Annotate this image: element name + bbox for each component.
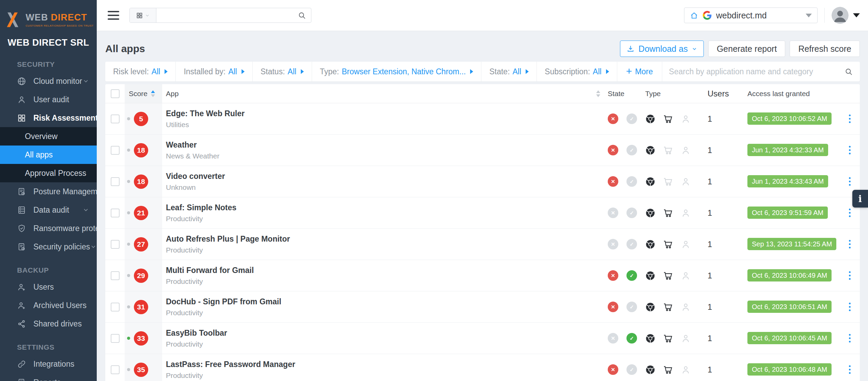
tenant-selector[interactable]: webdirect.md [684,7,818,23]
table-search-input[interactable] [669,67,844,76]
sidebar-item-integrations[interactable]: Integrations [0,355,97,373]
table-row[interactable]: 18 Video converter Unknown ✕ ✓ 1 Jun 1, … [105,166,860,197]
filter-segment[interactable]: Risk level: All [105,62,176,81]
info-tab-button[interactable]: i [852,190,868,208]
sidebar-item-users[interactable]: Users [0,278,97,296]
filter-segment[interactable]: State: All [481,62,537,81]
row-menu-button[interactable] [848,301,852,313]
row-menu-button[interactable] [848,144,852,156]
sidebar-item-risk-assessment[interactable]: Risk Assessment [0,109,97,127]
filter-segment[interactable]: Type: Browser Extension, Native Chrom... [312,62,482,81]
search-scope-select[interactable] [130,8,156,22]
sidebar-subitem-approval-process[interactable]: Approval Process [0,164,97,182]
filter-label: Type: [320,67,339,76]
row-checkbox[interactable] [111,177,120,186]
sidebar-submenu: Overview All apps Approval Process [0,127,97,182]
blocked-state-icon: ✕ [608,270,618,281]
access-granted-badge: Jun 1, 2023 4:33:43 AM [747,175,828,187]
table-row[interactable]: 5 Edge: The Web Ruler Utilities ✕ ✓ 1 Oc… [105,103,860,135]
trend-dot [127,337,130,340]
filter-segment[interactable]: Subscription: All [537,62,617,81]
filter-segment[interactable]: Installed by: All [176,62,252,81]
row-checkbox[interactable] [111,240,120,249]
hamburger-menu-button[interactable] [108,11,119,20]
table-row[interactable]: 21 Leaf: Simple Notes Productivity ✕ ✓ 1… [105,197,860,229]
app-name[interactable]: Edge: The Web Ruler [166,109,604,118]
user-install-icon [681,365,691,375]
sidebar-item-reports[interactable]: Reports [0,373,97,381]
row-menu-button[interactable] [848,270,852,281]
select-all-checkbox[interactable] [111,89,120,98]
row-menu-button[interactable] [848,113,852,124]
app-name[interactable]: Auto Refresh Plus | Page Monitor [166,234,604,244]
sidebar-item-icon [17,360,26,369]
sidebar-item-data-audit[interactable]: Data audit [0,201,97,219]
app-name[interactable]: Weather [166,140,604,150]
app-name[interactable]: Video converter [166,172,604,181]
row-checkbox[interactable] [111,365,120,374]
search-icon[interactable] [298,11,306,20]
global-search-input[interactable] [161,11,298,20]
grid-icon [136,12,143,19]
page-title: All apps [105,43,145,55]
row-menu-button[interactable] [848,364,852,375]
row-menu-button[interactable] [848,207,852,218]
filter-caret-icon [606,69,609,74]
table-row[interactable]: 18 Weather News & Weather ✕ ✓ 1 Jun 1, 2… [105,135,860,166]
row-menu-button[interactable] [848,333,852,344]
sidebar-item-cloud-monitor[interactable]: Cloud monitor [0,72,97,90]
sidebar-item-shared-drives[interactable]: Shared drives [0,315,97,333]
refresh-score-button[interactable]: Refresh score [790,41,860,57]
search-icon[interactable] [844,67,853,76]
download-as-button[interactable]: Download as [620,41,704,57]
sidebar-item-icon [17,283,26,292]
approved-state-icon: ✓ [626,208,637,218]
sidebar-section: BACKUP Users Archived Users Shared drive… [0,256,97,333]
table-row[interactable]: 27 Auto Refresh Plus | Page Monitor Prod… [105,229,860,260]
row-checkbox[interactable] [111,209,120,217]
sidebar-item-label: Data audit [33,205,69,215]
generate-report-button[interactable]: Generate report [708,41,786,57]
app-sort-control[interactable] [596,90,600,97]
row-checkbox[interactable] [111,303,120,311]
table-row[interactable]: 29 Multi Forward for Gmail Productivity … [105,260,860,291]
table-row[interactable]: 35 LastPass: Free Password Manager Produ… [105,354,860,381]
risk-score-badge: 29 [134,269,148,283]
sidebar-item-ransomware-protection[interactable]: Ransomware protection [0,219,97,238]
user-install-icon [681,239,691,249]
row-checkbox[interactable] [111,271,120,280]
row-checkbox[interactable] [111,334,120,343]
trend-dot [127,305,130,308]
app-name[interactable]: EasyBib Toolbar [166,329,604,338]
more-filters-button[interactable]: + More [617,62,662,81]
app-name[interactable]: Leaf: Simple Notes [166,203,604,212]
sidebar-item-icon [17,224,26,233]
chevron-icon [82,207,89,213]
row-checkbox[interactable] [111,115,120,123]
filter-value: All [228,67,237,76]
user-menu-caret-icon[interactable] [853,13,860,17]
table-row[interactable]: 31 DocHub - Sign PDF from Gmail Producti… [105,291,860,323]
row-checkbox[interactable] [111,146,120,155]
row-menu-button[interactable] [848,239,852,250]
sidebar-item-user-audit[interactable]: User audit [0,90,97,109]
app-name[interactable]: DocHub - Sign PDF from Gmail [166,297,604,306]
app-name[interactable]: LastPass: Free Password Manager [166,360,604,369]
table-row[interactable]: 33 EasyBib Toolbar Productivity ✕ ✓ 1 Oc… [105,323,860,354]
sidebar-item-archived-users[interactable]: Archived Users [0,296,97,315]
access-granted-badge: Oct 6, 2023 9:51:59 AM [747,207,828,219]
row-menu-button[interactable] [848,176,852,187]
filter-segment[interactable]: Status: All [253,62,312,81]
sidebar-item-security-policies[interactable]: Security policies [0,238,97,256]
sidebar-item-posture-management[interactable]: Posture Management [0,182,97,201]
app-name[interactable]: Multi Forward for Gmail [166,266,604,275]
blocked-state-icon: ✕ [608,302,618,312]
sidebar-subitem-all-apps[interactable]: All apps [0,146,97,164]
user-avatar[interactable] [832,7,849,24]
user-install-icon [681,302,691,312]
score-sort-control[interactable] [151,90,155,97]
sidebar-subitem-overview[interactable]: Overview [0,127,97,146]
filter-value: All [288,67,296,76]
chevron-icon [82,78,89,85]
sidebar-item-label: Security policies [33,242,90,252]
